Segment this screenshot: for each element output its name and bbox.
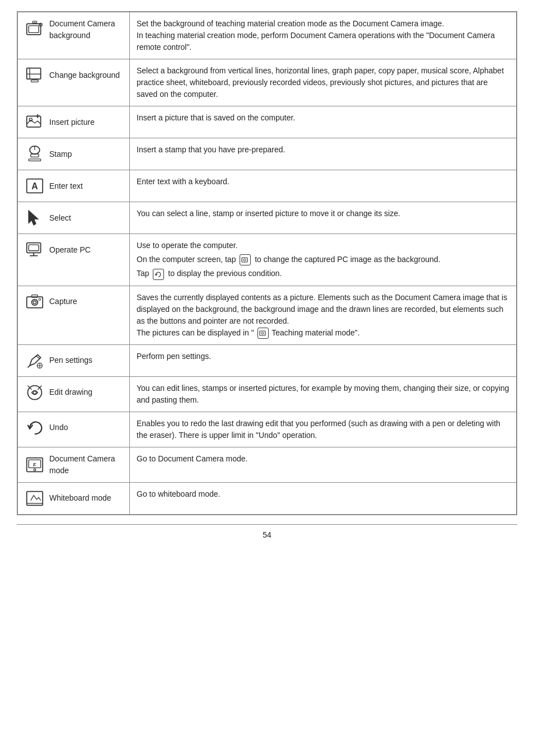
left-cell-doc-camera-mode: F Document Camera mode	[18, 447, 130, 482]
item-name-edit-drawing: Edit drawing	[49, 386, 92, 398]
table-row: Select You can select a line, stamp or i…	[18, 202, 517, 234]
left-cell-pen-settings: Pen settings	[18, 344, 130, 376]
left-cell-capture: Capture	[18, 286, 130, 344]
item-name-doc-camera-mode: Document Camera mode	[49, 453, 123, 477]
right-cell-doc-camera-mode: Go to Document Camera mode.	[130, 447, 517, 482]
table-row: Capture Saves the currently displayed co…	[18, 286, 517, 344]
item-name-stamp: Stamp	[49, 148, 72, 160]
item-name-insert-picture: Insert picture	[49, 116, 95, 128]
left-cell-whiteboard-mode: Whiteboard mode	[18, 482, 130, 514]
camera-inline-icon	[240, 254, 251, 265]
left-cell-edit-drawing: Edit drawing	[18, 376, 130, 412]
page-number: 54	[17, 524, 517, 539]
left-cell-change-bg: Change background	[18, 59, 130, 106]
page-wrapper: Document Camera background Set the backg…	[0, 0, 534, 562]
svg-line-34	[28, 366, 30, 368]
description-whiteboard-mode: Go to whiteboard mode.	[137, 489, 220, 498]
item-label: F Document Camera mode	[25, 453, 123, 477]
undo-icon	[25, 418, 45, 438]
operate-pc-icon	[25, 240, 45, 260]
description-operate-pc: Use to operate the computer. On the comp…	[137, 240, 509, 280]
svg-point-44	[34, 469, 36, 471]
table-row: A Enter text Enter text with a keyboard.	[18, 170, 517, 202]
item-name-capture: Capture	[49, 296, 77, 307]
right-cell-enter-text: Enter text with a keyboard.	[130, 170, 517, 202]
item-label: Document Camera background	[25, 18, 123, 41]
svg-rect-31	[260, 331, 265, 335]
table-row: Operate PC Use to operate the computer. …	[18, 234, 517, 286]
item-label: Select	[25, 208, 123, 228]
undo-inline-icon	[153, 269, 164, 280]
item-name-undo: Undo	[49, 422, 68, 433]
enter-text-icon: A	[25, 176, 45, 196]
table-row: Edit drawing You can edit lines, stamps …	[18, 376, 517, 412]
table-row: Change background Select a background fr…	[18, 59, 517, 106]
change-bg-icon	[25, 65, 45, 85]
item-name-doc-camera: Document Camera background	[49, 18, 115, 41]
left-cell-operate-pc: Operate PC	[18, 234, 130, 286]
item-name-enter-text: Enter text	[49, 180, 83, 192]
right-cell-operate-pc: Use to operate the computer. On the comp…	[130, 234, 517, 286]
teaching-material-inline-icon	[257, 328, 269, 339]
svg-text:F: F	[33, 462, 36, 468]
insert-picture-icon	[25, 112, 45, 132]
table-row: Stamp Insert a stamp that you have pre-p…	[18, 138, 517, 170]
table-row: Undo Enables you to redo the last drawin…	[18, 412, 517, 447]
right-cell-pen-settings: Perform pen settings.	[130, 344, 517, 376]
pen-settings-icon	[25, 351, 45, 371]
description-doc-camera-bg: Set the background of teaching material …	[137, 19, 495, 52]
doc-camera-icon	[25, 20, 45, 40]
left-cell-doc-camera-bg: Document Camera background	[18, 12, 130, 59]
description-change-bg: Select a background from vertical lines,…	[137, 66, 504, 99]
feature-table: Document Camera background Set the backg…	[17, 12, 517, 515]
left-cell-insert-picture: Insert picture	[18, 106, 130, 138]
right-cell-change-bg: Select a background from vertical lines,…	[130, 59, 517, 106]
svg-rect-24	[242, 258, 247, 262]
item-label: Insert picture	[25, 112, 123, 132]
table-row: Document Camera background Set the backg…	[18, 12, 517, 59]
item-label: Operate PC	[25, 240, 123, 260]
select-icon	[25, 208, 45, 228]
svg-rect-3	[32, 21, 36, 24]
item-label: Whiteboard mode	[25, 488, 123, 508]
svg-point-32	[261, 332, 264, 334]
item-label: Capture	[25, 292, 123, 312]
description-undo: Enables you to redo the last drawing edi…	[137, 419, 500, 440]
operate-pc-text2: to change the captured PC image as the b…	[255, 255, 441, 264]
capture-icon	[25, 292, 45, 312]
description-stamp: Insert a stamp that you have pre-prepare…	[137, 145, 285, 154]
main-table-border: Document Camera background Set the backg…	[17, 11, 517, 515]
left-cell-stamp: Stamp	[18, 138, 130, 170]
right-cell-edit-drawing: You can edit lines, stamps or inserted p…	[130, 376, 517, 412]
item-label: A Enter text	[25, 176, 123, 196]
left-cell-select: Select	[18, 202, 130, 234]
operate-pc-text3: Tap	[137, 269, 149, 278]
svg-point-27	[32, 299, 38, 305]
right-cell-select: You can select a line, stamp or inserted…	[130, 202, 517, 234]
operate-pc-line2: On the computer screen, tap to change th…	[137, 254, 509, 265]
doc-camera-mode-icon: F	[25, 455, 45, 475]
svg-rect-23	[29, 245, 39, 251]
right-cell-whiteboard-mode: Go to whiteboard mode.	[130, 482, 517, 514]
svg-rect-5	[27, 68, 41, 80]
operate-pc-line1: Use to operate the computer.	[137, 240, 509, 251]
description-enter-text: Enter text with a keyboard.	[137, 177, 229, 186]
right-cell-insert-picture: Insert a picture that is saved on the co…	[130, 106, 517, 138]
table-row: F Document Camera mode Go to Document Ca…	[18, 447, 517, 482]
item-label: Stamp	[25, 144, 123, 164]
item-name-select: Select	[49, 212, 71, 224]
whiteboard-mode-icon	[25, 488, 45, 508]
svg-point-30	[39, 298, 41, 300]
operate-pc-text1: On the computer screen, tap	[137, 255, 236, 264]
description-capture: Saves the currently displayed contents a…	[137, 292, 509, 339]
item-name-operate-pc: Operate PC	[49, 244, 91, 256]
table-row: Pen settings Perform pen settings.	[18, 344, 517, 376]
svg-rect-8	[31, 80, 38, 82]
svg-point-39	[33, 391, 36, 394]
description-edit-drawing: You can edit lines, stamps or inserted p…	[137, 384, 509, 404]
table-row: Insert picture Insert a picture that is …	[18, 106, 517, 138]
item-label: Change background	[25, 65, 123, 85]
right-cell-stamp: Insert a stamp that you have pre-prepare…	[130, 138, 517, 170]
description-pen-settings: Perform pen settings.	[137, 352, 211, 361]
edit-drawing-icon	[25, 382, 45, 403]
